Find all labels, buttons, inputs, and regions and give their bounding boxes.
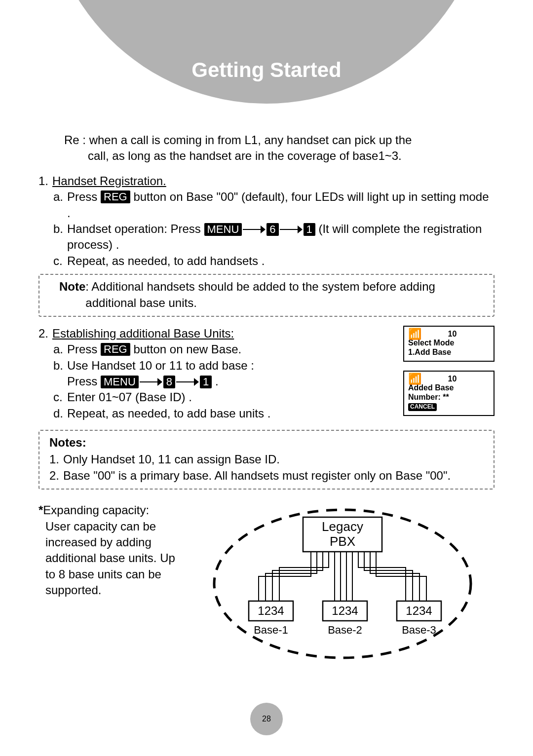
section1-number: 1.	[38, 173, 52, 189]
notes2-n2-text: Base "00" is a primary base. All handset…	[63, 468, 484, 484]
eight-key-icon: 8	[163, 376, 175, 388]
handset-screens: 📶 10 Select Mode 1.Add Base 📶 10 Added B…	[403, 326, 495, 425]
s1b-pre: Handset operation: Press	[67, 222, 204, 235]
s2c-text: Enter 01~07 (Base ID) .	[67, 389, 394, 405]
diagram-ports-2: 1234	[332, 604, 358, 617]
note-box-2: Notes: 1. Only Handset 10, 11 can assign…	[38, 430, 495, 490]
header-circle-decoration	[44, 0, 489, 104]
s2b-post2: .	[215, 375, 219, 388]
content-area: Re : when a call is coming in from L1, a…	[38, 132, 495, 665]
s2c-letter: c.	[53, 389, 67, 405]
note-box-1: Note : Additional handsets should be add…	[38, 274, 495, 317]
expand-row: *Expanding capacity: User capacity can b…	[38, 502, 495, 665]
arrow-right-icon	[176, 379, 199, 384]
s2a-letter: a.	[53, 341, 67, 357]
intro-re-line2: call, as long as the handset are in the …	[88, 148, 495, 164]
s2b-line1: Use Handset 10 or 11 to add base :	[67, 359, 254, 372]
s2d-text: Repeat, as needed, to add base units .	[67, 406, 394, 421]
s2a-post: button on new Base.	[133, 342, 241, 356]
arrow-right-icon	[140, 379, 162, 384]
intro-re-block: Re : when a call is coming in from L1, a…	[64, 132, 495, 164]
note1-text: : Additional handsets should be added to…	[85, 279, 484, 311]
reg-key-icon: REG	[101, 190, 130, 203]
s1b-letter: b.	[53, 221, 67, 253]
notes2-n2-num: 2.	[49, 468, 63, 484]
section-1: 1. Handset Registration. a. Press REG bu…	[38, 173, 495, 269]
antenna-icon: 📶	[408, 328, 421, 340]
section1-title: Handset Registration.	[52, 173, 166, 189]
arrow-right-icon	[280, 227, 303, 232]
page-number: 28	[250, 703, 283, 735]
antenna-icon: 📶	[408, 373, 421, 385]
page: Getting Started Re : when a call is comi…	[0, 0, 533, 756]
reg-key-icon: REG	[101, 343, 130, 356]
page-title: Getting Started	[0, 58, 533, 82]
menu-key-icon: MENU	[101, 376, 139, 388]
screen1-hn: 10	[415, 330, 490, 339]
s1a-body: Press REG button on Base "00" (default),…	[67, 189, 495, 221]
diagram-ports-1: 1234	[258, 604, 284, 617]
notes2-n1-text: Only Handset 10, 11 can assign Base ID.	[63, 452, 280, 467]
menu-key-icon: MENU	[204, 223, 242, 236]
diagram-base2: Base-2	[328, 624, 362, 636]
expand-star: *	[38, 503, 43, 517]
diagram-pbx-l1: Legacy	[322, 519, 363, 534]
one-key-icon: 1	[200, 376, 212, 388]
diagram-pbx-l2: PBX	[330, 534, 355, 549]
diagram-base3: Base-3	[402, 624, 436, 636]
s2b-pre2: Press	[67, 375, 97, 388]
diagram-base1: Base-1	[254, 624, 288, 636]
notes2-n1-num: 1.	[49, 452, 63, 467]
s1a-post: button on Base "00" (default), four LEDs…	[67, 190, 489, 219]
diagram-ports-3: 1234	[406, 604, 432, 617]
expand-title: Expanding capacity:	[43, 503, 149, 517]
note1-label: Note	[59, 279, 85, 311]
screen-added-base: 📶 10 Added Base Number: ** CANCEL	[403, 371, 495, 416]
screen2-hn: 10	[415, 375, 490, 383]
arrow-right-icon	[243, 227, 266, 232]
s1b-body: Handset operation: Press MENU 6 1 (It wi…	[67, 221, 495, 253]
screen1-l2: 1.Add Base	[408, 348, 490, 357]
expand-body: User capacity can be increased by adding…	[45, 519, 182, 599]
s1c-letter: c.	[53, 253, 67, 269]
intro-re-label: Re :	[64, 132, 89, 148]
s2d-letter: d.	[53, 406, 67, 421]
page-footer: 28	[0, 703, 533, 735]
screen-select-mode: 📶 10 Select Mode 1.Add Base	[403, 326, 495, 362]
s2a-pre: Press	[67, 342, 97, 356]
section2-title: Establishing additional Base Units:	[52, 326, 234, 341]
s1a-pre: Press	[67, 190, 97, 203]
one-key-icon: 1	[304, 223, 315, 236]
intro-re-line1: when a call is coming in from L1, any ha…	[89, 132, 412, 148]
s1a-letter: a.	[53, 189, 67, 221]
expand-text: *Expanding capacity: User capacity can b…	[38, 502, 182, 598]
cancel-key-icon: CANCEL	[408, 403, 437, 411]
section-2-row: 2. Establishing additional Base Units: a…	[38, 326, 495, 425]
section2-number: 2.	[38, 326, 52, 341]
notes2-heading: Notes:	[49, 435, 484, 451]
s2b-letter: b.	[53, 358, 67, 390]
s1c-text: Repeat, as needed, to add handsets .	[67, 253, 495, 269]
screen2-l2: Number: **	[408, 393, 490, 402]
pbx-diagram: Legacy PBX	[190, 502, 495, 665]
six-key-icon: 6	[266, 223, 278, 236]
